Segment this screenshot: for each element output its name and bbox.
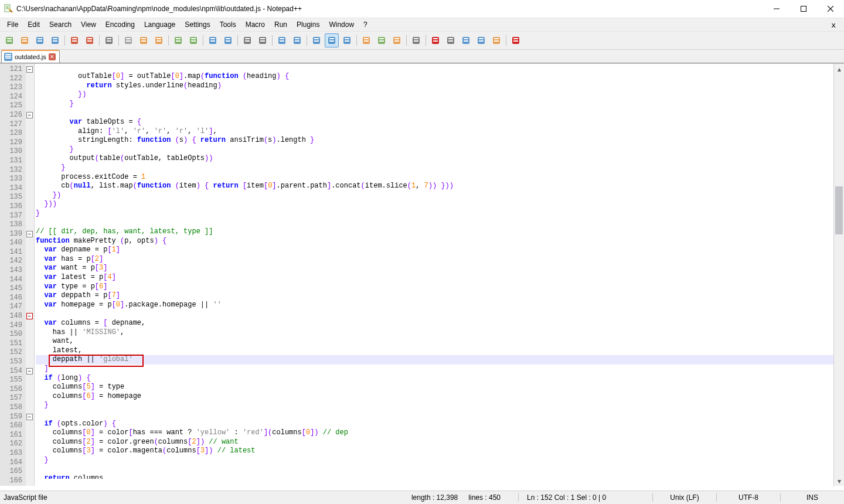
save-icon[interactable]: [33, 33, 47, 47]
minimize-button[interactable]: [763, 0, 790, 18]
code-line[interactable]: var type = p[6]: [36, 282, 833, 292]
fold-toggle[interactable]: −: [26, 368, 33, 374]
zoom-in-icon[interactable]: [240, 33, 254, 47]
redo-icon[interactable]: [186, 33, 200, 47]
code-line[interactable]: }): [36, 191, 833, 200]
code-line[interactable]: [36, 465, 833, 475]
tab-close-icon[interactable]: ✕: [49, 53, 56, 60]
code-line[interactable]: }: [36, 401, 833, 410]
menu-edit[interactable]: Edit: [23, 19, 45, 30]
code-line[interactable]: var deppath = p[7]: [36, 291, 833, 301]
maximize-button[interactable]: [790, 0, 817, 18]
menu-macro[interactable]: Macro: [241, 19, 270, 30]
close-button[interactable]: [817, 0, 844, 18]
code-area[interactable]: outTable[0] = outTable[0].map(function (…: [35, 71, 833, 479]
open-file-icon[interactable]: [18, 33, 32, 47]
close-all-icon[interactable]: [83, 33, 97, 47]
cut-icon[interactable]: [121, 33, 135, 47]
code-line[interactable]: output(table(outTable, tableOpts)): [36, 154, 833, 164]
scrollbar-track[interactable]: [834, 74, 844, 476]
indent-guide-icon[interactable]: [340, 33, 354, 47]
zoom-out-icon[interactable]: [256, 33, 270, 47]
code-line[interactable]: outTable[0] = outTable[0].map(function (…: [36, 72, 833, 81]
code-line[interactable]: var has = p[2]: [36, 255, 833, 264]
fold-toggle[interactable]: −: [26, 112, 33, 118]
copy-icon[interactable]: [137, 33, 151, 47]
new-file-icon[interactable]: [2, 33, 16, 47]
code-line[interactable]: if (long) {: [36, 374, 833, 383]
save-all-icon[interactable]: [48, 33, 62, 47]
code-line[interactable]: columns[5] = type: [36, 383, 833, 392]
scroll-down-icon[interactable]: ▾: [834, 476, 844, 486]
code-line[interactable]: // [[ dir, dep, has, want, latest, type …: [36, 227, 833, 237]
code-line[interactable]: return styles.underline(heading): [36, 81, 833, 91]
vertical-scrollbar[interactable]: ▴ ▾: [833, 64, 844, 486]
replace-icon[interactable]: [221, 33, 235, 47]
code-line[interactable]: want,: [36, 337, 833, 346]
code-line[interactable]: [36, 219, 833, 228]
code-line[interactable]: has || 'MISSING',: [36, 328, 833, 338]
code-line[interactable]: process.exitCode = 1: [36, 173, 833, 182]
code-line[interactable]: [36, 410, 833, 420]
menu-plugins[interactable]: Plugins: [292, 19, 324, 30]
code-line[interactable]: }: [36, 456, 833, 465]
code-line[interactable]: deppath || 'global': [36, 355, 833, 365]
monitor-icon[interactable]: [409, 33, 423, 47]
menu-search[interactable]: Search: [45, 19, 76, 30]
code-line[interactable]: }: [36, 164, 833, 173]
menu-window[interactable]: Window: [324, 19, 359, 30]
fold-toggle[interactable]: −: [26, 66, 33, 73]
code-line[interactable]: var depname = p[1]: [36, 246, 833, 255]
menu-[interactable]: ?: [359, 19, 372, 30]
code-line[interactable]: }: [36, 209, 833, 219]
sync-v-icon[interactable]: [275, 33, 289, 47]
mdi-close-button[interactable]: x: [825, 21, 842, 29]
code-line[interactable]: columns[3] = color.magenta(columns[3]) /…: [36, 447, 833, 456]
code-line[interactable]: var want = p[3]: [36, 264, 833, 273]
code-line[interactable]: }: [36, 100, 833, 109]
spellcheck-icon[interactable]: [509, 33, 523, 47]
show-all-icon[interactable]: [325, 33, 339, 47]
save-macro-icon[interactable]: [489, 33, 503, 47]
code-line[interactable]: columns[0] = color[has === want ? 'yello…: [36, 428, 833, 438]
play-multi-icon[interactable]: [474, 33, 488, 47]
folder-icon[interactable]: [390, 33, 404, 47]
code-line[interactable]: [36, 108, 833, 118]
code-line[interactable]: function makePretty (p, opts) {: [36, 237, 833, 246]
code-line[interactable]: })): [36, 200, 833, 209]
func-list-icon[interactable]: [375, 33, 389, 47]
doc-map-icon[interactable]: [359, 33, 373, 47]
menu-view[interactable]: View: [76, 19, 101, 30]
undo-icon[interactable]: [171, 33, 185, 47]
code-line[interactable]: stringLength: function (s) { return ansi…: [36, 136, 833, 145]
menu-settings[interactable]: Settings: [180, 19, 215, 30]
sync-h-icon[interactable]: [290, 33, 304, 47]
code-line[interactable]: [36, 309, 833, 319]
code-line[interactable]: var columns = [ depname,: [36, 319, 833, 328]
code-line[interactable]: ]: [36, 365, 833, 374]
code-line[interactable]: }): [36, 90, 833, 100]
code-line[interactable]: }: [36, 145, 833, 155]
code-line[interactable]: cb(null, list.map(function (item) { retu…: [36, 182, 833, 191]
menu-encoding[interactable]: Encoding: [101, 19, 139, 30]
code-line[interactable]: var tableOpts = {: [36, 118, 833, 127]
code-line[interactable]: var latest = p[4]: [36, 273, 833, 282]
menu-language[interactable]: Language: [139, 19, 180, 30]
code-line[interactable]: return columns: [36, 474, 833, 479]
code-line[interactable]: columns[6] = homepage: [36, 392, 833, 401]
code-line[interactable]: if (opts.color) {: [36, 420, 833, 429]
code-line[interactable]: columns[2] = color.green(columns[2]) // …: [36, 438, 833, 447]
tab-outdated-js[interactable]: outdated.js ✕: [1, 50, 60, 63]
menu-tools[interactable]: Tools: [215, 19, 241, 30]
record-icon[interactable]: [428, 33, 443, 47]
code-line[interactable]: align: ['l', 'r', 'r', 'r', 'l'],: [36, 127, 833, 137]
print-icon[interactable]: [102, 33, 116, 47]
paste-icon[interactable]: [152, 33, 166, 47]
close-icon[interactable]: [67, 33, 81, 47]
scroll-up-icon[interactable]: ▴: [834, 64, 844, 74]
wordwrap-icon[interactable]: [309, 33, 324, 47]
find-icon[interactable]: [206, 33, 220, 47]
play-icon[interactable]: [459, 33, 473, 47]
code-line[interactable]: latest,: [36, 346, 833, 356]
fold-toggle[interactable]: −: [26, 313, 33, 319]
